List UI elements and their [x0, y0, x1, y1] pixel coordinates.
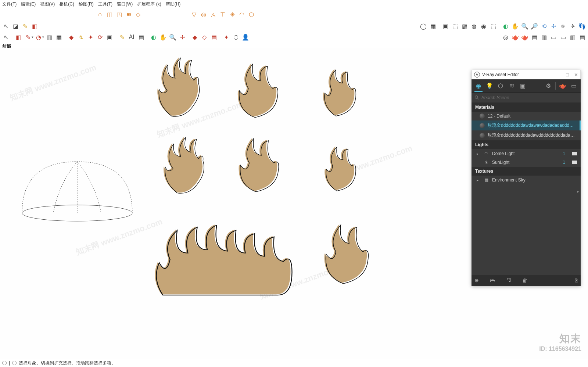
- tab-lights-icon[interactable]: 💡: [484, 80, 495, 91]
- tool-icon[interactable]: ◇: [200, 33, 209, 42]
- delete-icon[interactable]: 🗑: [522, 277, 527, 283]
- select-icon[interactable]: ↖: [1, 22, 10, 30]
- menu-draw[interactable]: 绘图(R): [79, 1, 94, 7]
- material-item[interactable]: 玫瑰金dddddddddddadawddddddddddadadadadada.…: [472, 130, 581, 140]
- pan-icon[interactable]: ✋: [159, 33, 168, 42]
- tool-icon[interactable]: ✳: [228, 10, 237, 19]
- tool-icon[interactable]: ◆: [67, 33, 76, 42]
- tool-icon[interactable]: ⬚: [451, 22, 459, 30]
- material-item[interactable]: 12 - Default: [472, 112, 581, 120]
- tool-icon[interactable]: ✢: [549, 22, 558, 30]
- tool-icon[interactable]: ⊤: [218, 10, 227, 19]
- tool-icon[interactable]: ▭: [559, 33, 567, 42]
- menu-window[interactable]: 窗口(W): [117, 1, 133, 7]
- tool-icon[interactable]: ⟲: [539, 22, 548, 30]
- light-item[interactable]: ☀ SunLight 1: [472, 158, 581, 167]
- tool-icon[interactable]: 👣: [578, 22, 587, 30]
- teapot-icon[interactable]: 🫖: [520, 33, 529, 42]
- tool-icon[interactable]: ◪: [11, 22, 20, 30]
- eraser-icon[interactable]: ◧: [14, 33, 23, 42]
- texture-item[interactable]: ▸ ▦ Environment Sky: [472, 176, 581, 184]
- light-toggle[interactable]: [572, 152, 577, 155]
- arc-icon[interactable]: ◔: [34, 33, 43, 42]
- tool-icon[interactable]: ▤: [530, 33, 539, 42]
- add-asset-icon[interactable]: ⊕: [474, 277, 479, 283]
- frame-buffer-icon[interactable]: ▭: [568, 80, 579, 91]
- tool-icon[interactable]: ✎: [21, 22, 29, 30]
- tool-icon[interactable]: ▭: [549, 33, 558, 42]
- expand-icon[interactable]: ▸: [477, 178, 480, 182]
- purge-icon[interactable]: ⎘: [575, 277, 578, 283]
- tool-icon[interactable]: ▩: [460, 22, 469, 30]
- tool-icon[interactable]: ⌂: [96, 10, 104, 19]
- tool-icon[interactable]: ⬡: [247, 10, 256, 19]
- menu-file[interactable]: 文件(F): [2, 1, 17, 7]
- section-textures[interactable]: Textures: [472, 167, 581, 176]
- tab-materials-icon[interactable]: ◉: [473, 80, 484, 91]
- menu-tools[interactable]: 工具(T): [98, 1, 112, 7]
- tool-icon[interactable]: ◎: [199, 10, 208, 19]
- menu-edit[interactable]: 编辑(E): [21, 1, 36, 7]
- eraser-icon[interactable]: ◧: [30, 22, 39, 30]
- tool-icon[interactable]: ◯: [419, 22, 428, 30]
- menu-camera[interactable]: 相机(C): [59, 1, 74, 7]
- tool-icon[interactable]: ◐: [149, 33, 158, 42]
- section-materials[interactable]: Materials: [472, 103, 581, 112]
- tool-icon[interactable]: ◬: [209, 10, 218, 19]
- tool-icon[interactable]: ✈: [568, 22, 577, 30]
- close-icon[interactable]: ✕: [574, 72, 578, 78]
- model-viewport[interactable]: 知末网 www.znzmo.com 知末网 www.znzmo.com 知末网 …: [0, 48, 588, 359]
- tool-icon[interactable]: ▥: [539, 33, 548, 42]
- tool-icon[interactable]: ✎: [118, 33, 126, 42]
- tab-geometry-icon[interactable]: ⬡: [495, 80, 506, 91]
- vray-logo-icon[interactable]: ◎: [501, 33, 510, 42]
- select-icon[interactable]: ↖: [1, 33, 10, 42]
- menu-extensions[interactable]: 扩展程序 (x): [137, 1, 161, 7]
- tool-icon[interactable]: ▤: [209, 33, 218, 42]
- vray-asset-editor[interactable]: V V-Ray Asset Editor — □ ✕ ◉ 💡 ⬡ ≋ ▣ ⚙ 🫖…: [472, 70, 581, 286]
- tool-icon[interactable]: ◫: [105, 10, 114, 19]
- expand-icon[interactable]: ▸: [477, 152, 480, 156]
- ruby-icon[interactable]: ♦: [222, 33, 231, 42]
- panel-expand-icon[interactable]: ▸: [577, 189, 579, 194]
- tool-icon[interactable]: ▤: [137, 33, 146, 42]
- tool-icon[interactable]: ▦: [54, 33, 63, 42]
- tool-icon[interactable]: ◇: [134, 10, 143, 19]
- tool-icon[interactable]: ⌾: [559, 22, 567, 30]
- maximize-icon[interactable]: □: [566, 72, 569, 78]
- tool-icon[interactable]: ▣: [105, 33, 114, 42]
- user-icon[interactable]: 👤: [241, 33, 250, 42]
- tool-icon[interactable]: ▦: [429, 22, 437, 30]
- minimize-icon[interactable]: —: [556, 72, 561, 78]
- dropdown-icon[interactable]: ▾: [32, 35, 33, 39]
- rotate-icon[interactable]: ⟳: [96, 33, 104, 42]
- menu-view[interactable]: 视图(V): [40, 1, 55, 7]
- material-item[interactable]: 玫瑰金dddddddddawdawawdadadadadddddddddddd.…: [472, 120, 581, 130]
- zoom-window-icon[interactable]: 🔎: [530, 22, 539, 30]
- light-item[interactable]: ▸ ◠ Dome Light 1: [472, 149, 581, 158]
- tool-icon[interactable]: ↯: [76, 33, 85, 42]
- ai-icon[interactable]: AI: [127, 33, 136, 42]
- tool-icon[interactable]: ◐: [501, 22, 510, 30]
- tool-icon[interactable]: ▣: [441, 22, 450, 30]
- pencil-icon[interactable]: ✎: [24, 33, 32, 42]
- status-indicator-icon[interactable]: [12, 361, 17, 365]
- tool-icon[interactable]: ◉: [479, 22, 488, 30]
- light-toggle[interactable]: [572, 161, 577, 164]
- tool-icon[interactable]: ⬚: [489, 22, 498, 30]
- tool-icon[interactable]: ▥: [568, 33, 577, 42]
- tool-icon[interactable]: ◍: [470, 22, 478, 30]
- search-input[interactable]: [481, 95, 578, 100]
- dropdown-icon[interactable]: ▾: [42, 35, 44, 39]
- zoom-icon[interactable]: 🔍: [520, 22, 529, 30]
- render-teapot-icon[interactable]: 🫖: [557, 80, 568, 91]
- tab-settings-icon[interactable]: ⚙: [543, 80, 554, 91]
- section-lights[interactable]: Lights: [472, 140, 581, 149]
- tool-icon[interactable]: ⬡: [232, 33, 240, 42]
- tool-icon[interactable]: ▤: [578, 33, 587, 42]
- tool-icon[interactable]: ▥: [45, 33, 54, 42]
- menu-help[interactable]: 帮助(H): [166, 1, 181, 7]
- tool-icon[interactable]: ≋: [124, 10, 133, 19]
- tool-icon[interactable]: ◠: [237, 10, 246, 19]
- tab-textures-icon[interactable]: ≋: [506, 80, 517, 91]
